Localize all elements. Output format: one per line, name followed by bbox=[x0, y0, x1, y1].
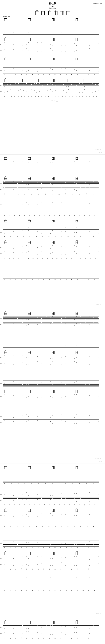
tab-fret-number: 2 bbox=[5, 499, 5, 500]
system: F#mAED S-Gt 204022202222040222200222 S-G… bbox=[3, 18, 102, 35]
barline bbox=[27, 273, 27, 278]
chord-line bbox=[3, 370, 102, 375]
tab-fret-number: 0 bbox=[33, 231, 33, 232]
tab-fret-number: 0 bbox=[18, 479, 18, 480]
tab-fret-number: 2 bbox=[37, 416, 38, 417]
tab-fret-number: 2 bbox=[28, 357, 29, 358]
lyric-char: 落 bbox=[82, 547, 83, 548]
tab-fret-number: 0 bbox=[76, 362, 77, 363]
tab-fret-number: 2 bbox=[65, 543, 66, 544]
lyrics-row: 梦里梦外不分明暮云已收尽佳人影 bbox=[3, 526, 102, 528]
staff-label: S-Gt bbox=[0, 226, 2, 227]
tab-fret-number: 2 bbox=[9, 543, 10, 544]
tab-fret-number: 0 bbox=[9, 22, 10, 24]
tab-fret-number: 0 bbox=[28, 184, 29, 185]
lyric-char: 天 bbox=[88, 638, 89, 639]
tab-fret-number: 0 bbox=[7, 84, 8, 85]
tab-fret-number: 4 bbox=[76, 520, 77, 520]
tab-fret-number: 2 bbox=[9, 578, 10, 578]
tab-fret-number: 2 bbox=[22, 70, 23, 71]
tab-fret-number: 2 bbox=[46, 538, 47, 539]
tab-fret-number: 0 bbox=[50, 513, 51, 514]
tab-fret-number: 4 bbox=[85, 479, 86, 480]
tab-staff: S-Gt 204022202222040222200222 bbox=[3, 22, 99, 29]
tab-fret-number: 2 bbox=[98, 357, 99, 358]
tab-fret-number: 0 bbox=[98, 90, 99, 91]
lyric-char: 听 bbox=[59, 504, 60, 506]
staff-label: S-Gt bbox=[0, 91, 2, 92]
tab-fret-number: 4 bbox=[28, 522, 29, 524]
tab-fret-number: 2 bbox=[52, 69, 53, 70]
lyric-char: 鸯 bbox=[45, 193, 46, 195]
tab-fret-number: 0 bbox=[18, 168, 18, 168]
tab-fret-number: 0 bbox=[33, 470, 33, 472]
tab-fret-number: 0 bbox=[33, 251, 33, 252]
tab-fret-number: 2 bbox=[80, 516, 81, 517]
tab-fret-number: 0 bbox=[34, 83, 35, 84]
barline bbox=[27, 556, 27, 562]
tab-fret-number: 4 bbox=[80, 397, 81, 398]
tab-fret-number: 2 bbox=[76, 210, 77, 210]
lyrics-row: 水打船头风荡柳枝又摇曳听帘外芭蕉打窗声 bbox=[3, 504, 102, 506]
barline bbox=[19, 90, 19, 95]
tab-fret-number: 2 bbox=[80, 364, 81, 365]
tab-staff: S-Gt 02202202020222400242042220040220222… bbox=[3, 89, 99, 96]
chord-diagram-mini: E bbox=[52, 57, 54, 60]
tab-fret-number: 2 bbox=[41, 402, 42, 402]
system: S-Gt 002020222444222222222220 S-Gt 20002… bbox=[3, 262, 102, 281]
tab-fret-number: 0 bbox=[74, 377, 75, 378]
tab-fret-number: 0 bbox=[57, 247, 57, 248]
tab-fret-number: 0 bbox=[98, 268, 99, 270]
tab-fret-number: 2 bbox=[57, 231, 57, 232]
tab-fret-number: 2 bbox=[33, 633, 33, 634]
lyric-char: 下 bbox=[52, 96, 53, 97]
tab-fret-number: 0 bbox=[41, 472, 42, 472]
tab-fret-number: 4 bbox=[50, 212, 51, 212]
lyrics-row: 我愿红颜不老只恐流年暗换等不到白发 bbox=[3, 590, 102, 592]
tab-fret-number: 2 bbox=[37, 324, 38, 325]
barline bbox=[99, 168, 99, 173]
tab-fret-number: 4 bbox=[33, 499, 33, 500]
tab-fret-number: 4 bbox=[85, 208, 86, 210]
tab-fret-number: 2 bbox=[74, 382, 75, 383]
tab-fret-number: 2 bbox=[26, 83, 27, 84]
tab-fret-number: 2 bbox=[50, 29, 51, 30]
lyric-char: 成 bbox=[58, 193, 60, 195]
tab-fret-number: 2 bbox=[37, 254, 38, 255]
sheet-page: F#mAED S-Gt 202200002220222224422422 S-G… bbox=[0, 309, 105, 464]
tab-fret-number: 2 bbox=[76, 30, 77, 31]
tab-fret-number: 0 bbox=[61, 344, 62, 345]
tab-fret-number: 2 bbox=[76, 45, 77, 46]
tab-fret-number: 2 bbox=[89, 64, 90, 65]
tab-staff: S-Gt 420022202024222404224204 bbox=[3, 208, 99, 215]
tab-staff: S-Gt 000000422040022400222242 bbox=[3, 375, 99, 381]
staff-label: S-Gt bbox=[0, 416, 2, 417]
lyric-char: 下 bbox=[94, 279, 95, 280]
tab-fret-number: 2 bbox=[93, 52, 94, 52]
tab-fret-number: 4 bbox=[74, 343, 75, 344]
tab-fret-number: 2 bbox=[33, 49, 33, 50]
tab-fret-number: 2 bbox=[70, 181, 70, 182]
tab-fret-number: 0 bbox=[61, 52, 62, 52]
tab-fret-number: 4 bbox=[9, 536, 10, 536]
lyric-char: 酒 bbox=[54, 638, 56, 639]
lyric-char: 了 bbox=[82, 568, 83, 570]
tab-fret-number: 0 bbox=[37, 542, 38, 543]
tab-fret-number: 2 bbox=[13, 336, 14, 338]
tab-fret-number: 4 bbox=[61, 65, 62, 66]
tab-fret-number: 0 bbox=[5, 49, 5, 50]
chord-diagram-mini: F#m bbox=[4, 37, 7, 41]
chord-line bbox=[3, 530, 102, 535]
tab-fret-number: 2 bbox=[41, 584, 42, 586]
tab-fret-number: 2 bbox=[80, 336, 81, 336]
barline bbox=[27, 336, 27, 341]
tab-fret-number: 2 bbox=[74, 423, 75, 424]
tab-fret-number: 0 bbox=[89, 204, 90, 204]
tab-fret-number: 4 bbox=[5, 208, 5, 210]
barline bbox=[99, 541, 99, 547]
tab-fret-number: 4 bbox=[70, 580, 70, 582]
tab-fret-number: 2 bbox=[28, 416, 29, 417]
tab-fret-number: 4 bbox=[65, 363, 66, 364]
tab-fret-number: 2 bbox=[46, 345, 47, 346]
lyric-char: 双 bbox=[65, 483, 66, 484]
